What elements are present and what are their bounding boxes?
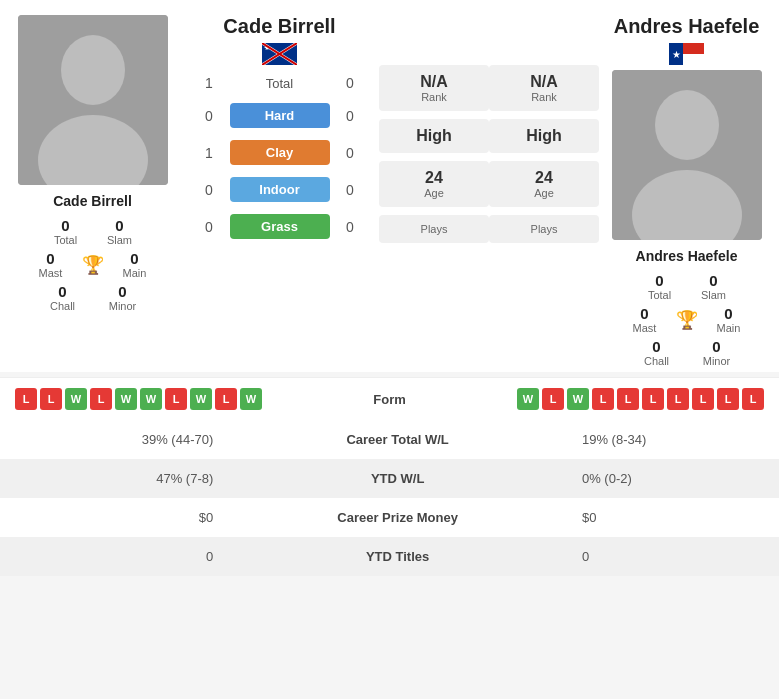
ytd-titles-row: 0 YTD Titles 0 <box>0 537 779 576</box>
career-total-row: 39% (44-70) Career Total W/L 19% (8-34) <box>0 420 779 459</box>
player1-rank-label: Rank <box>384 91 484 103</box>
prize-money-p2: $0 <box>567 498 779 537</box>
player1-stats-row2: 0 Mast 🏆 0 Main <box>26 250 160 279</box>
player1-card: Cade Birrell 0 Total 0 Slam 0 Mast 🏆 <box>5 15 180 312</box>
surface-clay-row: 1 Clay 0 <box>180 140 379 165</box>
form-badge: L <box>717 388 739 410</box>
form-badge: L <box>90 388 112 410</box>
player1-main-stat: 0 Main <box>110 250 160 279</box>
form-badge: W <box>140 388 162 410</box>
form-badge: L <box>215 388 237 410</box>
player1-high-value: High <box>384 127 484 145</box>
form-badge: W <box>115 388 137 410</box>
player1-age-value: 24 <box>384 169 484 187</box>
player1-slam-value: 0 <box>115 217 123 234</box>
player2-stats-row2: 0 Mast 🏆 0 Main <box>620 305 754 334</box>
player1-high-box: High <box>379 119 489 153</box>
total-score-p1: 1 <box>197 75 222 91</box>
prize-money-row: $0 Career Prize Money $0 <box>0 498 779 537</box>
player2-slam-value: 0 <box>709 272 717 289</box>
player2-total-label: Total <box>648 289 671 301</box>
hard-score-p1: 0 <box>197 108 222 124</box>
form-badge: W <box>567 388 589 410</box>
player1-plays-box: Plays <box>379 215 489 243</box>
form-badge: L <box>15 388 37 410</box>
form-badge: L <box>692 388 714 410</box>
surface-grass-row: 0 Grass 0 <box>180 214 379 239</box>
player2-main-stat: 0 Main <box>704 305 754 334</box>
player2-minor-value: 0 <box>712 338 720 355</box>
player1-rank-value: N/A <box>384 73 484 91</box>
surface-total-row: 1 Total 0 <box>180 75 379 91</box>
player2-slam-stat: 0 Slam <box>689 272 739 301</box>
player2-rank-value: N/A <box>494 73 594 91</box>
grass-surface-button[interactable]: Grass <box>230 214 330 239</box>
form-badge: W <box>240 388 262 410</box>
prize-money-label: Career Prize Money <box>228 498 567 537</box>
svg-point-16 <box>655 90 719 160</box>
player2-flag-container: ★ <box>614 43 760 65</box>
form-badge: L <box>542 388 564 410</box>
player1-flag-container <box>223 43 335 65</box>
player2-total-value: 0 <box>655 272 663 289</box>
player1-avatar <box>18 15 168 185</box>
form-badge: L <box>642 388 664 410</box>
player2-chall-label: Chall <box>644 355 669 367</box>
player2-stats-row3: 0 Chall 0 Minor <box>632 338 742 367</box>
ytd-titles-label: YTD Titles <box>228 537 567 576</box>
player2-header: Andres Haefele ★ <box>614 15 760 65</box>
form-badge: L <box>742 388 764 410</box>
form-badge: L <box>617 388 639 410</box>
player2-plays-box: Plays <box>489 215 599 243</box>
career-stats-table: 39% (44-70) Career Total W/L 19% (8-34) … <box>0 420 779 576</box>
surfaces-panel: 1 Total 0 0 Hard 0 1 Clay 0 0 <box>180 75 379 245</box>
clay-surface-button[interactable]: Clay <box>230 140 330 165</box>
surface-indoor-row: 0 Indoor 0 <box>180 177 379 202</box>
player1-main-label: Main <box>123 267 147 279</box>
player1-slam-stat: 0 Slam <box>95 217 145 246</box>
player2-high-box: High <box>489 119 599 153</box>
player2-age-value: 24 <box>494 169 594 187</box>
player1-mast-label: Mast <box>39 267 63 279</box>
player1-minor-stat: 0 Minor <box>98 283 148 312</box>
player2-trophy-icon: 🏆 <box>676 311 698 329</box>
hard-surface-button[interactable]: Hard <box>230 103 330 128</box>
player1-chall-value: 0 <box>58 283 66 300</box>
form-badge: W <box>517 388 539 410</box>
player2-rank-box: N/A Rank <box>489 65 599 111</box>
player1-age-label: Age <box>384 187 484 199</box>
player1-stats-boxes: N/A Rank High 24 Age Plays <box>379 15 489 243</box>
ytd-wl-label: YTD W/L <box>228 459 567 498</box>
player2-stats: 0 Total 0 Slam <box>599 272 774 301</box>
player1-name-header: Cade Birrell <box>223 15 335 38</box>
ytd-titles-p1: 0 <box>0 537 228 576</box>
player2-minor-label: Minor <box>703 355 731 367</box>
player2-mast-label: Mast <box>633 322 657 334</box>
form-section: LLWLWWLWLW Form WLWLLLLLLL <box>0 377 779 420</box>
player2-main-label: Main <box>717 322 741 334</box>
player2-name-header: Andres Haefele <box>614 15 760 38</box>
player1-age-box: 24 Age <box>379 161 489 207</box>
player2-main-value: 0 <box>724 305 732 322</box>
player2-avatar <box>612 70 762 240</box>
player2-chall-stat: 0 Chall <box>632 338 682 367</box>
player2-chall-value: 0 <box>652 338 660 355</box>
clay-score-p2: 0 <box>338 145 363 161</box>
prize-money-p1: $0 <box>0 498 228 537</box>
form-badge: L <box>40 388 62 410</box>
player1-plays-label: Plays <box>384 223 484 235</box>
indoor-score-p1: 0 <box>197 182 222 198</box>
player2-slam-label: Slam <box>701 289 726 301</box>
form-badge: W <box>190 388 212 410</box>
player1-minor-label: Minor <box>109 300 137 312</box>
clay-score-p1: 1 <box>197 145 222 161</box>
player1-rank-box: N/A Rank <box>379 65 489 111</box>
player1-minor-value: 0 <box>118 283 126 300</box>
career-total-p2: 19% (8-34) <box>567 420 779 459</box>
player1-name: Cade Birrell <box>53 193 132 209</box>
player1-form: LLWLWWLWLW <box>15 388 320 410</box>
ytd-wl-p1: 47% (7-8) <box>0 459 228 498</box>
ytd-titles-p2: 0 <box>567 537 779 576</box>
indoor-surface-button[interactable]: Indoor <box>230 177 330 202</box>
main-container: Cade Birrell 0 Total 0 Slam 0 Mast 🏆 <box>0 0 779 576</box>
